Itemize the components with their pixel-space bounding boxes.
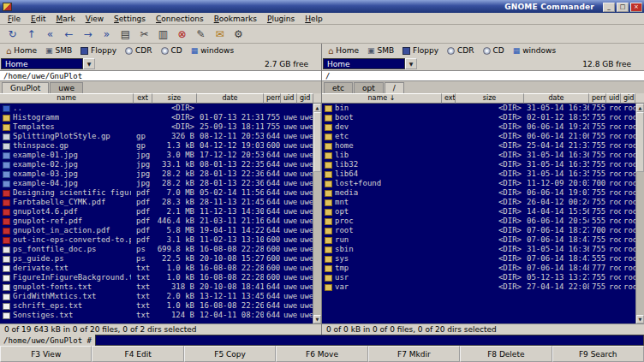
column-header-6[interactable]: gid (297, 93, 313, 104)
command-input[interactable] (95, 335, 644, 346)
maximize-button[interactable]: □ (617, 3, 629, 12)
column-header-0[interactable]: name (0, 93, 134, 104)
column-header-3[interactable]: date (197, 93, 264, 104)
menu-file[interactable]: File (3, 15, 26, 23)
menu-connections[interactable]: Connections (151, 15, 209, 23)
file-row[interactable]: boot<DIR>02-01-12 18:55755rootroot (322, 113, 635, 122)
file-row[interactable]: root<DIR>07-06-14 18:27700rootroot (322, 226, 635, 235)
file-row[interactable]: media<DIR>06-06-14 19:01755rootroot (322, 188, 635, 198)
tab-uwe[interactable]: uwe (50, 82, 83, 93)
scroll-thumb[interactable] (313, 112, 321, 172)
tools-icon[interactable]: ⚙ (230, 27, 247, 42)
minimize-button[interactable]: _ (603, 3, 615, 12)
file-row[interactable]: Farbtabelle_CYMK.pdfpdf28.3 kB28-11-13 2… (0, 198, 313, 207)
close-button[interactable]: × (630, 3, 642, 12)
scroll-up-icon[interactable]: ▲ (313, 104, 321, 112)
file-row[interactable]: example-03.jpgjpg28.2 kB28-01-13 22:3664… (0, 169, 313, 179)
last-icon[interactable]: » (98, 27, 115, 42)
path-display-left[interactable]: /home/uwe/GnuPlot (0, 70, 321, 81)
file-row[interactable]: schrift_eps.txttxt1.0 kB16-08-08 22:2664… (0, 301, 313, 311)
file-row[interactable]: SplittingPlotStyle.gpgp326 B08-12-11 20:… (0, 132, 313, 141)
file-row[interactable]: etc<DIR>06-06-14 21:06755rootroot (322, 132, 635, 141)
column-header-2[interactable]: size (152, 93, 197, 104)
fkey-f4[interactable]: F4 Edit (92, 346, 183, 362)
menu-mark[interactable]: Mark (51, 15, 80, 23)
copy-icon[interactable]: ▤ (117, 27, 134, 42)
scroll-thumb[interactable] (636, 112, 644, 172)
cdr-device-button[interactable]: CDR (121, 45, 156, 56)
file-row[interactable]: Templates<DIR>25-09-13 18:11755uweuwe (0, 122, 313, 132)
file-row[interactable]: Designing scientific figures.pdfpdf7.0 M… (0, 188, 313, 198)
column-header-6[interactable]: gid (621, 93, 635, 104)
home-device-button[interactable]: ⌂Home (324, 45, 363, 56)
smb-device-button[interactable]: ▣SMB (41, 45, 76, 56)
scroll-down-icon[interactable]: ▼ (313, 315, 321, 323)
file-row[interactable]: lib<DIR>31-05-14 16:36755rootroot (322, 151, 635, 160)
column-header-0[interactable]: name ↓ (322, 93, 442, 104)
fkey-f9[interactable]: F9 Search (552, 346, 644, 362)
file-row[interactable]: sys<DIR>07-06-14 18:47555rootroot (322, 254, 635, 264)
scrollbar-right[interactable]: ▲ ▼ (635, 104, 644, 323)
file-row[interactable]: var<DIR>27-04-14 22:08755rootroot (322, 282, 635, 292)
menu-settings[interactable]: Settings (109, 15, 151, 23)
forward-icon[interactable]: → (80, 27, 96, 42)
file-row[interactable]: ..<DIR> (0, 104, 313, 113)
tab-opt[interactable]: opt (354, 82, 384, 93)
chevron-down-icon[interactable]: ▼ (83, 58, 95, 69)
file-row[interactable]: tmp<DIR>07-06-14 18:48777rootroot (322, 264, 635, 273)
delete-icon[interactable]: ⊗ (174, 27, 190, 42)
smb-device-button[interactable]: ▣SMB (363, 45, 398, 56)
cd-device-button[interactable]: CD (479, 45, 509, 56)
cdr-device-button[interactable]: CDR (443, 45, 478, 56)
path-display-right[interactable]: / (322, 70, 644, 81)
file-row[interactable]: lib64<DIR>31-05-14 16:35755rootroot (322, 169, 635, 179)
file-row[interactable]: opt<DIR>14-04-14 15:56755rootroot (322, 207, 635, 217)
file-row[interactable]: lost+found<DIR>11-12-09 20:03700rootroot (322, 179, 635, 188)
fkey-f8[interactable]: F8 Delete (460, 346, 552, 362)
connection-dropdown-left[interactable]: Home (1, 58, 83, 69)
edit-icon[interactable]: ✎ (193, 27, 209, 42)
file-row[interactable]: Histogramm<DIR>01-07-13 21:31755uweuwe (0, 113, 313, 122)
file-row[interactable]: example-04.jpgjpg28.2 kB28-01-13 22:3664… (0, 179, 313, 188)
column-header-1[interactable]: ext (442, 93, 456, 104)
connection-dropdown-right[interactable]: Home (323, 58, 405, 69)
chevron-down-icon[interactable]: ▼ (405, 58, 417, 69)
file-row[interactable]: example-01.jpgjpg3.0 MB17-12-12 20:53644… (0, 151, 313, 160)
file-row[interactable]: gnuplot4.6.pdfpdf2.1 MB11-12-13 14:30644… (0, 207, 313, 217)
file-row[interactable]: bin<DIR>31-05-14 16:36755rootroot (322, 104, 635, 113)
menu-edit[interactable]: Edit (26, 15, 51, 23)
scroll-down-icon[interactable]: ▼ (636, 315, 644, 323)
file-row[interactable]: ps_guide.psps22.5 kB20-10-08 15:27600uwe… (0, 254, 313, 264)
fkey-f5[interactable]: F5 Copy (184, 346, 276, 362)
file-row[interactable]: GridWithMxtics.txttxt2.0 kB13-12-11 13:4… (0, 292, 313, 301)
windows-device-button[interactable]: ▦windows (509, 45, 560, 56)
scroll-track[interactable] (636, 172, 644, 315)
file-row[interactable]: derivate.txttxt1.0 kB16-08-08 22:28600uw… (0, 264, 313, 273)
fkey-f3[interactable]: F3 View (0, 346, 92, 362)
menu-bookmarks[interactable]: Bookmarks (209, 15, 262, 23)
file-row[interactable]: home<DIR>25-04-14 21:37755rootroot (322, 141, 635, 151)
floppy-device-button[interactable]: Floppy (398, 45, 443, 56)
cut-icon[interactable]: ✂ (136, 27, 152, 42)
windows-device-button[interactable]: ▦windows (187, 45, 238, 56)
file-row[interactable]: ps_fontfile_doc.psps699.8 kB16-08-08 22:… (0, 245, 313, 254)
column-header-2[interactable]: size (456, 93, 524, 104)
fkey-f6[interactable]: F6 Move (276, 346, 367, 362)
column-header-4[interactable]: perm (264, 93, 281, 104)
file-row[interactable]: sbin<DIR>31-05-14 16:36755rootroot (322, 245, 635, 254)
cd-device-button[interactable]: CD (157, 45, 187, 56)
first-icon[interactable]: « (42, 27, 58, 42)
up-icon[interactable]: ↑ (23, 27, 39, 42)
back-icon[interactable]: ← (61, 27, 77, 42)
file-row[interactable]: thinspace.gpgp1.3 kB04-12-12 19:03600uwe… (0, 141, 313, 151)
scroll-up-icon[interactable]: ▲ (636, 104, 644, 112)
file-row[interactable]: proc<DIR>06-06-14 20:54555rootroot (322, 217, 635, 226)
paste-icon[interactable]: ▥ (155, 27, 171, 42)
tab--[interactable]: / (385, 82, 404, 93)
column-header-3[interactable]: date (524, 93, 589, 104)
file-row[interactable]: example-02.jpgjpg33.1 kB08-01-13 22:3564… (0, 160, 313, 169)
file-row[interactable]: out-inc-eps-converted-to.pdfpdf3.1 kB11-… (0, 235, 313, 245)
file-row[interactable]: gnuplot_in_action.pdfpdf5.8 MB19-04-11 1… (0, 226, 313, 235)
file-row[interactable]: dev<DIR>06-06-14 19:20755rootroot (322, 122, 635, 132)
tab-gnuplot[interactable]: GnuPlot (2, 82, 49, 93)
